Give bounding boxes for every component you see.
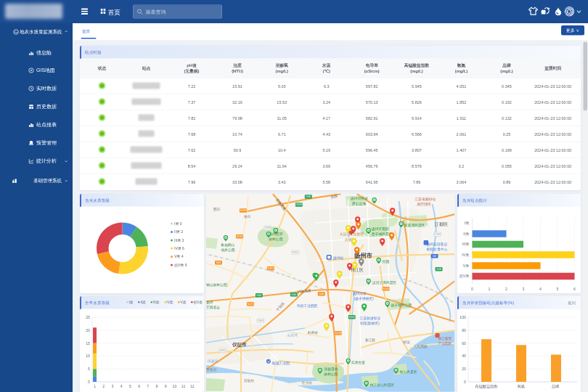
svg-text:(扬子津校区): (扬子津校区) bbox=[354, 296, 374, 301]
svg-text:茱萸湾风景区: 茱萸湾风景区 bbox=[404, 223, 425, 228]
svg-text:1: 1 bbox=[489, 287, 491, 291]
svg-text:镇安: 镇安 bbox=[403, 340, 411, 344]
svg-text:朴席镇: 朴席镇 bbox=[307, 330, 319, 335]
svg-text:X202: X202 bbox=[434, 233, 441, 236]
svg-text:G233: G233 bbox=[335, 332, 341, 335]
svg-text:100: 100 bbox=[460, 315, 466, 319]
svg-text:S243: S243 bbox=[383, 287, 389, 290]
svg-text:II类: II类 bbox=[463, 232, 470, 236]
svg-text:7: 7 bbox=[147, 384, 149, 388]
svg-text:G40: G40 bbox=[291, 293, 296, 296]
svg-text:G2: G2 bbox=[433, 255, 436, 258]
svg-text:华旗工业园区: 华旗工业园区 bbox=[297, 303, 318, 309]
svg-text:IV类: IV类 bbox=[462, 253, 470, 257]
svg-text:20: 20 bbox=[86, 328, 90, 332]
svg-text:S332: S332 bbox=[348, 316, 355, 319]
svg-text:5: 5 bbox=[557, 287, 559, 291]
svg-text:瓜洲古渡: 瓜洲古渡 bbox=[351, 360, 365, 365]
svg-text:I类: I类 bbox=[465, 221, 470, 225]
svg-text:5: 5 bbox=[129, 384, 131, 388]
svg-text:朱庄: 朱庄 bbox=[244, 214, 251, 219]
svg-text:10: 10 bbox=[172, 384, 176, 388]
svg-text:4: 4 bbox=[539, 287, 542, 291]
svg-text:25: 25 bbox=[86, 315, 90, 319]
svg-text:G40: G40 bbox=[256, 294, 261, 297]
svg-text:枢纽交通中心: 枢纽交通中心 bbox=[427, 247, 448, 251]
svg-text:S49: S49 bbox=[216, 261, 221, 264]
svg-text:江苏旅游职业: 江苏旅游职业 bbox=[359, 316, 381, 321]
svg-text:6: 6 bbox=[138, 384, 140, 388]
svg-text:S352: S352 bbox=[220, 349, 226, 352]
svg-text:15: 15 bbox=[86, 341, 90, 346]
svg-text:5: 5 bbox=[88, 367, 90, 371]
svg-text:3: 3 bbox=[523, 287, 525, 291]
svg-text:产业园区: 产业园区 bbox=[438, 341, 452, 346]
svg-text:焦山风景区: 焦山风景区 bbox=[400, 369, 417, 374]
svg-text:梦幻之城: 梦幻之城 bbox=[352, 201, 366, 206]
svg-text:80: 80 bbox=[462, 328, 466, 332]
svg-text:扬州东部客运: 扬州东部客运 bbox=[427, 242, 448, 247]
svg-text:艺博览会: 艺博览会 bbox=[206, 305, 220, 310]
svg-text:4: 4 bbox=[121, 384, 123, 388]
svg-text:镇江金山风景区: 镇江金山风景区 bbox=[369, 383, 395, 387]
svg-text:1: 1 bbox=[94, 384, 96, 388]
svg-text:X303: X303 bbox=[257, 319, 264, 322]
svg-text:氨氮: 氨氮 bbox=[518, 384, 526, 388]
svg-text:铜山森林公园: 铜山森林公园 bbox=[206, 282, 227, 287]
svg-text:地质公园: 地质公园 bbox=[220, 248, 234, 253]
svg-text:江都区: 江都区 bbox=[435, 221, 449, 227]
svg-text:邗江区: 邗江区 bbox=[351, 268, 364, 272]
svg-text:扬州市蜀冈: 扬州市蜀冈 bbox=[372, 226, 389, 232]
svg-text:60: 60 bbox=[462, 341, 466, 346]
svg-text:S28: S28 bbox=[436, 268, 441, 271]
svg-text:40: 40 bbox=[462, 354, 466, 358]
svg-text:扬子颈野公园: 扬子颈野公园 bbox=[391, 303, 412, 308]
svg-text:G328: G328 bbox=[295, 203, 302, 206]
svg-text:学院(新校区): 学院(新校区) bbox=[360, 321, 380, 326]
svg-text:X201: X201 bbox=[292, 251, 298, 254]
svg-text:S353: S353 bbox=[267, 267, 274, 270]
svg-text:10: 10 bbox=[86, 354, 90, 358]
svg-text:S333: S333 bbox=[237, 235, 243, 238]
svg-text:镇江新区: 镇江新区 bbox=[438, 336, 452, 340]
svg-text:X336: X336 bbox=[264, 226, 271, 229]
svg-text:2: 2 bbox=[102, 384, 105, 388]
svg-text:S105: S105 bbox=[240, 209, 247, 212]
svg-text:仪征市: 仪征市 bbox=[232, 342, 247, 348]
svg-text:胥家河: 胥家河 bbox=[206, 367, 217, 372]
svg-text:8: 8 bbox=[156, 384, 158, 388]
svg-text:III类: III类 bbox=[462, 242, 470, 246]
svg-text:润扬湿地: 润扬湿地 bbox=[324, 367, 338, 372]
svg-text:劣V类: 劣V类 bbox=[459, 274, 470, 279]
svg-text:总磷: 总磷 bbox=[551, 384, 560, 388]
svg-text:9: 9 bbox=[165, 384, 167, 388]
svg-text:0: 0 bbox=[464, 380, 466, 384]
svg-text:V类: V类 bbox=[463, 264, 470, 268]
svg-text:12: 12 bbox=[190, 384, 195, 388]
svg-text:11: 11 bbox=[181, 384, 186, 388]
svg-text:0: 0 bbox=[471, 287, 473, 291]
svg-text:世业镇: 世业镇 bbox=[301, 381, 313, 385]
svg-text:0: 0 bbox=[88, 380, 90, 384]
svg-text:3: 3 bbox=[112, 384, 114, 388]
svg-text:S125: S125 bbox=[247, 303, 253, 306]
svg-text:利涌工业园: 利涌工业园 bbox=[272, 361, 290, 366]
svg-text:S28: S28 bbox=[319, 293, 324, 295]
svg-text:高锰酸盐指数: 高锰酸盐指数 bbox=[475, 384, 498, 389]
svg-text:G40: G40 bbox=[306, 195, 311, 198]
svg-text:2: 2 bbox=[505, 287, 507, 291]
svg-text:20: 20 bbox=[462, 367, 466, 371]
svg-text:闲管理所: 闲管理所 bbox=[417, 202, 431, 207]
svg-text:6: 6 bbox=[573, 287, 576, 291]
svg-text:运河三湾风景区: 运河三湾风景区 bbox=[372, 280, 397, 285]
svg-text:西庄: 西庄 bbox=[213, 207, 221, 212]
